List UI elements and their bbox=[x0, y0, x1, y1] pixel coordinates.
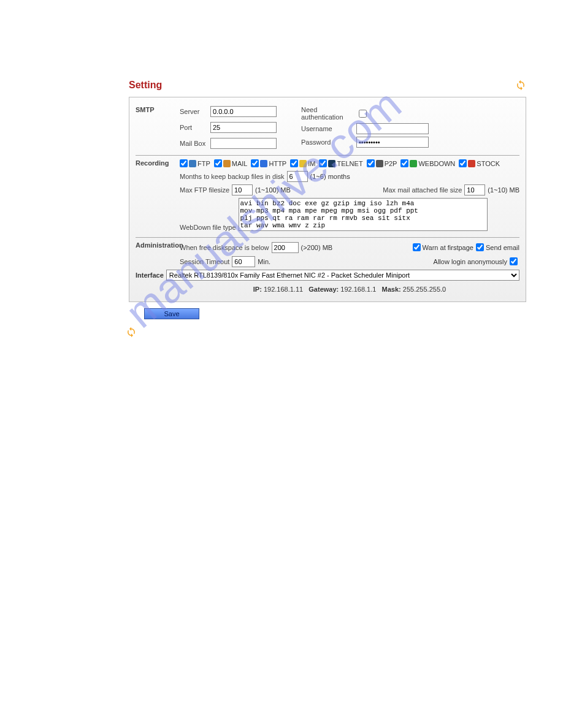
server-label: Server bbox=[180, 108, 210, 115]
protocol-im-label: IM bbox=[308, 160, 315, 167]
password-input[interactable] bbox=[356, 137, 429, 148]
recording-section-label: Recording bbox=[136, 159, 180, 233]
protocol-row: FTPMAILHTTPIMTELNETP2PWEBDOWNSTOCK bbox=[180, 159, 519, 167]
maxmail-label: Max mail attached file size bbox=[383, 186, 462, 194]
warn-checkbox[interactable] bbox=[413, 243, 421, 251]
months-input[interactable] bbox=[287, 171, 308, 182]
port-label: Port bbox=[180, 124, 210, 131]
interface-select[interactable]: Realtek RTL8139/810x Family Fast Etherne… bbox=[166, 270, 519, 281]
protocol-webdown-checkbox[interactable] bbox=[400, 159, 408, 167]
protocol-mail: MAIL bbox=[214, 159, 248, 167]
protocol-ftp-label: FTP bbox=[197, 160, 210, 167]
network-info: IP: 192.168.1.11 Gateway: 192.168.1.1 Ma… bbox=[180, 283, 519, 293]
protocol-p2p: P2P bbox=[367, 159, 397, 167]
protocol-p2p-label: P2P bbox=[385, 160, 397, 167]
protocol-webdown-label: WEBDOWN bbox=[418, 160, 455, 167]
protocol-webdown: WEBDOWN bbox=[400, 159, 455, 167]
settings-panel: SMTP Server Port Mail Box bbox=[129, 97, 526, 302]
protocol-telnet-icon bbox=[328, 160, 335, 167]
admin-section-label: Administration bbox=[136, 241, 180, 293]
username-input[interactable] bbox=[356, 123, 429, 134]
protocol-http: HTTP bbox=[251, 159, 286, 167]
session-unit: Min. bbox=[258, 258, 270, 265]
need-auth-checkbox[interactable] bbox=[359, 110, 367, 118]
session-input[interactable] bbox=[232, 256, 255, 267]
diskspace-input[interactable] bbox=[272, 242, 299, 253]
refresh-icon[interactable] bbox=[515, 80, 526, 91]
password-label: Password bbox=[301, 138, 356, 146]
diskspace-range: (>200) MB bbox=[301, 244, 333, 251]
months-range: (1~6) months bbox=[310, 173, 350, 180]
protocol-stock-checkbox[interactable] bbox=[459, 159, 467, 167]
maxftp-range: (1~100) MB bbox=[255, 186, 291, 194]
sendmail-checkbox[interactable] bbox=[476, 243, 484, 251]
interface-label: Interface bbox=[136, 271, 164, 279]
session-label: Session Timeout bbox=[180, 258, 229, 265]
protocol-http-checkbox[interactable] bbox=[251, 159, 259, 167]
protocol-p2p-checkbox[interactable] bbox=[367, 159, 375, 167]
protocol-ftp-icon bbox=[189, 160, 196, 167]
warn-label: Warn at firstpage bbox=[423, 244, 473, 251]
protocol-http-icon bbox=[260, 160, 267, 167]
protocol-ftp: FTP bbox=[180, 159, 210, 167]
protocol-im-icon bbox=[299, 160, 307, 167]
protocol-ftp-checkbox[interactable] bbox=[180, 159, 188, 167]
save-button[interactable]: Save bbox=[144, 308, 199, 319]
protocol-im: IM bbox=[290, 159, 315, 167]
maxftp-input[interactable] bbox=[232, 184, 253, 195]
mailbox-input[interactable] bbox=[210, 138, 277, 149]
protocol-telnet-label: TELNET bbox=[337, 160, 362, 167]
allow-anon-checkbox[interactable] bbox=[510, 257, 518, 265]
smtp-section-label: SMTP bbox=[136, 106, 180, 151]
port-input[interactable] bbox=[210, 122, 277, 133]
protocol-mail-checkbox[interactable] bbox=[214, 159, 222, 167]
protocol-webdown-icon bbox=[410, 160, 417, 167]
page-title: Setting bbox=[129, 80, 162, 91]
protocol-mail-icon bbox=[223, 160, 231, 167]
webdown-textarea[interactable] bbox=[239, 198, 488, 231]
protocol-stock: STOCK bbox=[459, 159, 500, 167]
protocol-stock-icon bbox=[468, 160, 475, 167]
protocol-mail-label: MAIL bbox=[232, 160, 248, 167]
webdown-label: WebDown file type bbox=[180, 224, 236, 231]
protocol-im-checkbox[interactable] bbox=[290, 159, 298, 167]
maxmail-range: (1~10) MB bbox=[488, 186, 519, 194]
diskspace-label: When free diskspace is below bbox=[180, 244, 269, 251]
need-auth-label: Need authentication bbox=[301, 106, 356, 121]
maxmail-input[interactable] bbox=[464, 184, 485, 195]
maxftp-label: Max FTP filesize bbox=[180, 186, 229, 194]
allow-anon-label: Allow login anonymously bbox=[434, 258, 507, 265]
months-label: Months to keep backup files in disk bbox=[180, 173, 285, 180]
protocol-http-label: HTTP bbox=[269, 160, 286, 167]
protocol-p2p-icon bbox=[376, 160, 383, 167]
server-input[interactable] bbox=[210, 106, 277, 117]
sendmail-label: Send email bbox=[486, 244, 519, 251]
protocol-stock-label: STOCK bbox=[477, 160, 500, 167]
protocol-telnet-checkbox[interactable] bbox=[319, 159, 327, 167]
refresh-icon[interactable] bbox=[126, 327, 137, 338]
username-label: Username bbox=[301, 125, 356, 132]
mailbox-label: Mail Box bbox=[180, 140, 210, 147]
protocol-telnet: TELNET bbox=[319, 159, 362, 167]
